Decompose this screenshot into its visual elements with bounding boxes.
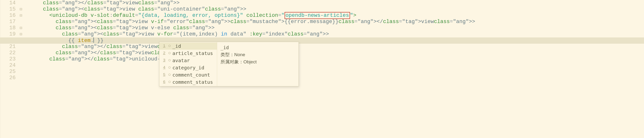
code-line[interactable]: [24, 69, 644, 75]
code-line[interactable]: class="ang"></class="tag">viewclass="ang…: [24, 50, 644, 56]
fold-toggle-icon[interactable]: ⊟: [18, 25, 24, 31]
code-line[interactable]: [24, 75, 644, 81]
ac-item-index: 6: [162, 78, 166, 86]
autocomplete-item[interactable]: 3○avatar: [159, 57, 217, 64]
code-line[interactable]: class="ang"></class="tag">viewclass="ang…: [24, 0, 644, 6]
ac-item-label: comment_count: [172, 71, 210, 78]
fold-toggle-icon[interactable]: ⊟: [18, 31, 24, 37]
ac-item-index: 1: [162, 43, 166, 50]
code-line[interactable]: [24, 63, 644, 69]
autocomplete-list[interactable]: 1○_id2○article_status3○avatar4○category_…: [159, 42, 217, 86]
ac-item-label: _id: [172, 43, 181, 50]
ac-item-index: 5: [162, 71, 166, 78]
code-line[interactable]: {{ item. }}: [0, 37, 644, 44]
code-line[interactable]: <unicloud-db v-slot:default="{data, load…: [24, 12, 644, 19]
circle-icon: ○: [166, 64, 172, 71]
ac-item-label: category_id: [172, 64, 204, 71]
line-gutter: 14151617181920212223242526: [0, 0, 18, 138]
collection-value-highlight: opendb-news-articles: [284, 12, 350, 19]
code-line[interactable]: class="ang"><class="tag">view v-else cla…: [24, 25, 644, 31]
ac-detail-owner-label: 所属对象：: [220, 59, 244, 64]
ac-detail-owner-value: Object: [244, 59, 257, 64]
autocomplete-item[interactable]: 2○article_status: [159, 50, 217, 57]
ac-detail-type-label: 类型：: [220, 52, 234, 57]
ac-item-index: 4: [162, 64, 166, 71]
fold-toggle-icon[interactable]: ⊟: [18, 12, 24, 19]
autocomplete-item[interactable]: 1○_id: [159, 43, 217, 50]
circle-icon: ○: [166, 50, 172, 57]
code-editor[interactable]: 14151617181920212223242526 ⊟⊟⊟⊟ class="a…: [0, 0, 644, 138]
autocomplete-detail: _id 类型：None 所属对象：Object: [217, 42, 298, 86]
code-line[interactable]: class="ang"></class="tag">viewclass="ang…: [24, 44, 644, 50]
fold-toggle-icon[interactable]: ⊟: [18, 6, 24, 12]
ac-item-index: 2: [162, 50, 166, 57]
ac-detail-name: _id: [220, 44, 295, 51]
code-line[interactable]: class="ang"><class="tag">view v-if="erro…: [24, 19, 644, 25]
fold-column: ⊟⊟⊟⊟: [18, 0, 24, 138]
code-line[interactable]: class="ang"></class="tag">unicloud-dbcla…: [24, 56, 644, 63]
ac-item-label: avatar: [172, 57, 190, 64]
circle-icon: ○: [166, 78, 172, 86]
autocomplete-popup: 1○_id2○article_status3○avatar4○category_…: [159, 42, 299, 86]
autocomplete-item[interactable]: 6○comment_status: [159, 78, 217, 86]
code-line[interactable]: class="ang"><class="tag">view class="uni…: [24, 6, 644, 12]
ac-item-label: comment_status: [172, 78, 213, 86]
autocomplete-item[interactable]: 5○comment_count: [159, 71, 217, 78]
circle-icon: ○: [166, 57, 172, 64]
circle-icon: ○: [166, 71, 172, 78]
ac-item-index: 3: [162, 57, 166, 64]
code-line[interactable]: class="ang"><class="tag">view v-for="(it…: [24, 31, 644, 37]
ac-detail-type-value: None: [234, 52, 245, 57]
code-area[interactable]: class="ang"></class="tag">viewclass="ang…: [24, 0, 644, 138]
ac-item-label: article_status: [172, 50, 213, 57]
autocomplete-item[interactable]: 4○category_id: [159, 64, 217, 71]
circle-icon: ○: [166, 43, 172, 50]
